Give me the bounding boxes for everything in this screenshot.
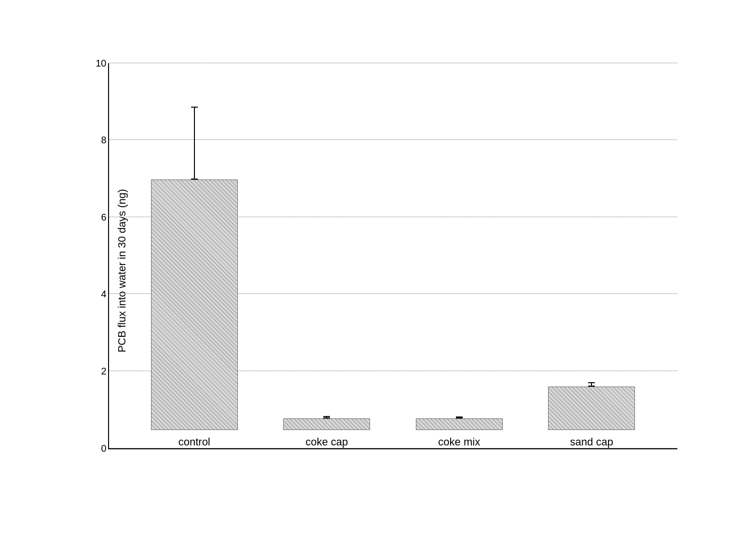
error-bar-sand-cap-above [591,382,592,387]
bar-with-error-control [151,107,238,430]
y-tick-4: 4 [90,289,107,300]
x-label-control: control [179,436,210,448]
bar-group-coke-cap: coke cap [283,416,370,448]
bar-with-error-coke-cap [283,416,370,430]
chart-wrapper: PCB flux into water in 30 days (ng) 10 8 [69,54,687,488]
bar-group-sand-cap: sand cap [548,382,635,448]
chart-container: PCB flux into water in 30 days (ng) 10 8 [41,34,716,507]
bar-with-error-sand-cap [548,382,635,430]
error-bar-control-above [194,107,195,180]
x-label-sand-cap: sand cap [570,436,613,448]
bar-control [151,180,238,430]
y-tick-6: 6 [90,211,107,222]
bar-with-error-coke-mix [416,416,503,430]
x-label-coke-mix: coke mix [438,436,480,448]
bar-coke-cap [283,418,370,430]
y-tick-10: 10 [90,57,107,69]
plot-area: 10 8 6 4 2 0 control [108,63,677,449]
bar-coke-mix [416,418,503,430]
bar-group-coke-mix: coke mix [416,416,503,448]
bar-sand-cap [548,387,635,430]
x-label-coke-cap: coke cap [305,436,348,448]
bar-group-control: control [151,107,238,448]
bars-area: control coke cap coke mix [109,63,677,448]
y-tick-8: 8 [90,135,107,146]
y-tick-0: 0 [90,443,107,454]
y-tick-2: 2 [90,365,107,376]
